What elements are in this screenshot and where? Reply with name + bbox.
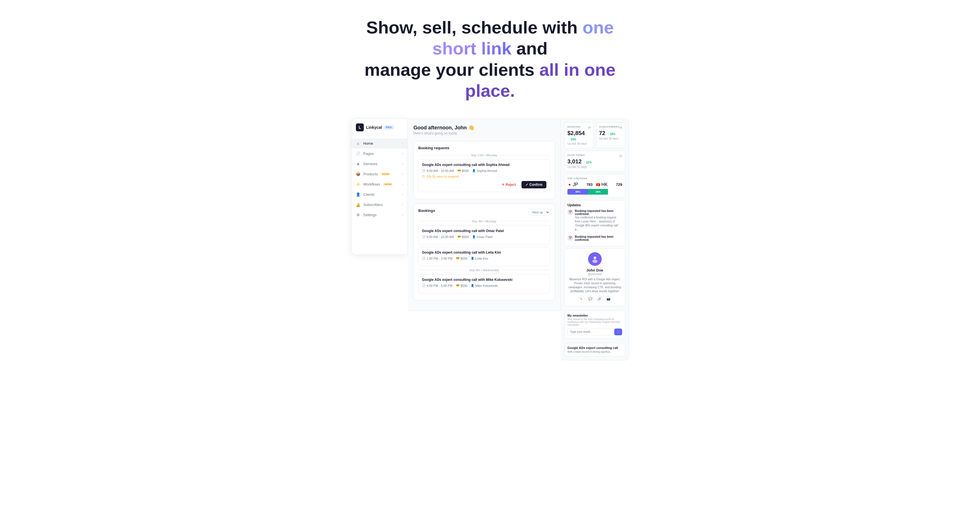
booking-cta-title: Google ADs expert consulting call: [567, 346, 622, 350]
reject-icon: ✕: [502, 183, 504, 187]
sidebar-item-services[interactable]: ◈ Services ›: [352, 159, 407, 169]
soon-badge-products: SOON: [380, 172, 390, 176]
booking-request-title: Google ADs expert consulting call with S…: [422, 163, 546, 167]
newsletter-title: My newsletter: [567, 314, 622, 317]
booking-request-item[interactable]: Google ADs expert consulting call with S…: [418, 159, 550, 192]
chevron-right-icon: ›: [402, 172, 403, 176]
profile-bio: Maximize ROI with a Google Ads expert. P…: [568, 278, 622, 293]
sidebar-item-clients[interactable]: 👤 Clients ›: [352, 190, 407, 200]
bookings-filter-select[interactable]: Next up: [528, 209, 550, 216]
warning-icon: ⏱: [422, 175, 425, 178]
subscribers-stat-period: Up last 30 days: [599, 137, 622, 140]
sidebar-brand: L Linkycal PRO: [352, 123, 407, 136]
page-subtitle: Here's what's going on today.: [414, 131, 555, 135]
region-bar-jp: 38%: [567, 189, 588, 195]
hero-line1: Show, sell, schedule with one short link…: [366, 18, 614, 58]
app-mockup: L Linkycal PRO ⌂ Home › 📄 Pages › ◈ Serv…: [0, 113, 980, 366]
sidebar-item-label: Subscribers: [363, 203, 383, 207]
date-line-right: [499, 221, 550, 221]
svg-point-0: [593, 257, 597, 259]
chevron-right-icon: ›: [402, 213, 403, 217]
page-views-label: PAGE VIEWS: [567, 154, 585, 156]
booking-stat-period: Up last 30 days: [567, 142, 591, 145]
twitter-icon[interactable]: 𝕏: [578, 295, 585, 302]
newsletter-input-row: →: [567, 329, 622, 335]
trend-up-icon: ↑: [568, 138, 570, 141]
booking-item-title: Google ADs expert consulting call with O…: [422, 229, 546, 233]
regions-title: TOP 3 REGIONS: [567, 177, 622, 180]
update-content-1: Booking requested has been confirmed. Yo…: [575, 209, 622, 231]
hero-headline: Show, sell, schedule with one short link…: [363, 17, 617, 102]
subscribers-stat-change: ↑ 18%: [608, 132, 615, 136]
hero-text-start: Show, sell, schedule with: [366, 18, 583, 37]
chevron-right-icon: ›: [402, 183, 403, 186]
booking-item-title: Google ADs expert consulting call with L…: [422, 251, 546, 254]
subscribers-stat-card: SUBSCRIBERS ✉ 72 ↑ 18% Up last 30 days: [596, 122, 625, 148]
updates-title: Updates: [567, 203, 622, 207]
mail-icon: ✉: [588, 126, 591, 130]
chevron-right-icon: ›: [402, 162, 403, 165]
sidebar-item-pages[interactable]: 📄 Pages ›: [352, 148, 407, 159]
person-icon: 👤: [471, 284, 474, 287]
booking-time: 🕐 4:00 PM - 5:00 PM: [422, 284, 453, 287]
page-views-icon: ⊡: [619, 154, 622, 158]
clock-icon: 🕐: [422, 169, 425, 172]
clock-icon: 🕐: [422, 235, 425, 238]
updates-card: Updates 📅 Booking requested has been con…: [564, 200, 625, 246]
booking-price: 💳 $500: [457, 235, 469, 239]
booking-list-item-1[interactable]: Google ADs expert consulting call with O…: [418, 225, 550, 244]
confirm-button[interactable]: ✓ Confirm: [522, 181, 546, 188]
sidebar-item-home[interactable]: ⌂ Home ›: [352, 139, 407, 148]
person-icon: 👤: [472, 235, 476, 238]
hk-code: HK: [601, 182, 608, 187]
chat-icon[interactable]: 💬: [587, 295, 594, 302]
booking-stat-label: BOOKING: [567, 125, 581, 128]
settings-icon: ⚙: [356, 213, 360, 217]
sidebar-item-settings[interactable]: ⚙ Settings ›: [352, 210, 407, 220]
clock-icon: 🕐: [422, 284, 425, 287]
newsletter-submit-button[interactable]: →: [614, 329, 622, 335]
booking-client: 👤 Sophia Ahmed: [472, 169, 497, 172]
sidebar-navigation: ⌂ Home › 📄 Pages › ◈ Services › 📦 Produc…: [352, 136, 407, 222]
page-views-value: 3,012: [567, 158, 582, 164]
bookings-header: Bookings Next up: [418, 209, 550, 216]
date-line-right: [500, 155, 550, 155]
sidebar-item-label: Services: [363, 162, 377, 166]
sidebar-item-label: Clients: [363, 192, 375, 196]
sidebar: L Linkycal PRO ⌂ Home › 📄 Pages › ◈ Serv…: [351, 118, 408, 255]
date-line-left: [418, 155, 469, 155]
clients-icon: 👤: [356, 192, 360, 197]
sidebar-item-workflows[interactable]: ⚡ Workflows SOON ›: [352, 179, 407, 190]
link-icon[interactable]: 🔗: [596, 295, 603, 302]
reject-button[interactable]: ✕ Reject: [498, 181, 519, 188]
page-header: Good afternoon, John 👋 Here's what's goi…: [414, 125, 555, 135]
pages-icon: 📄: [356, 152, 360, 156]
sidebar-item-label: Home: [363, 141, 373, 145]
booking-time: 🕐 1:00 PM - 2:00 PM: [422, 257, 453, 260]
sidebar-item-subscribers[interactable]: 🔔 Subscribers ›: [352, 200, 407, 210]
sidebar-item-products[interactable]: 📦 Products SOON ›: [352, 169, 407, 179]
products-icon: 📦: [356, 172, 360, 176]
page-greeting: Good afternoon, John 👋: [414, 125, 555, 131]
trend-up-icon: ↑: [608, 132, 609, 136]
jp-code: JP: [573, 182, 578, 187]
booking-price: 💳 $500: [456, 257, 467, 260]
newsletter-email-input[interactable]: [567, 329, 613, 335]
booking-requests-title: Booking requests: [418, 146, 550, 150]
jp-flag-icon: 🇯🇵: [567, 183, 572, 187]
booking-stat-card: BOOKING ✉ $2,854 ↑ 34% Up last 30 days: [564, 122, 594, 148]
booking-time: 🕐 9:00 AM - 10:00 AM: [422, 169, 454, 172]
booking-client: 👤 Omar Patel: [472, 235, 493, 239]
profile-avatar: [588, 252, 602, 266]
sidebar-item-label: Workflows: [363, 182, 380, 187]
booking-request-meta: 🕐 9:00 AM - 10:00 AM 💳 $500 👤 Sophia Ahm…: [422, 169, 546, 172]
chevron-right-icon: ›: [402, 193, 403, 196]
instagram-icon[interactable]: 📷: [605, 295, 612, 302]
booking-item-title: Google ADs expert consulting call with M…: [422, 278, 546, 282]
newsletter-subtitle: Stay ahead in the ever-changing world of…: [567, 318, 622, 326]
booking-list-item-2[interactable]: Google ADs expert consulting call with L…: [418, 247, 550, 266]
update-content-2: Booking requested has been confirmed.: [575, 235, 622, 241]
page-views-card: PAGE VIEWS ⊡ 3,012 ↑ 12% Up last 30 days: [564, 151, 625, 172]
region-jp: 🇯🇵 JP 783 🇭🇰 HK 729: [567, 182, 622, 187]
booking-list-item-3[interactable]: Google ADs expert consulting call with M…: [418, 274, 550, 293]
